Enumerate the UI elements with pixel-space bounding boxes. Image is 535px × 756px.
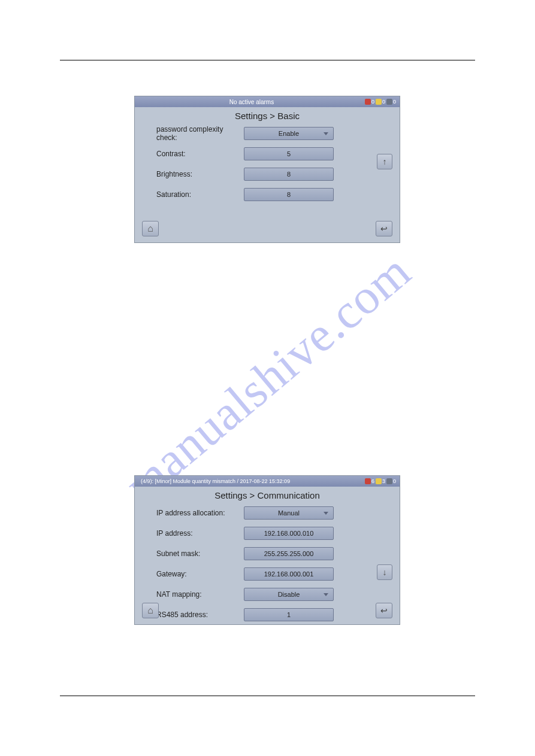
bottom-bar xyxy=(135,221,400,239)
label-subnet-mask: Subnet mask: xyxy=(142,549,244,558)
bottom-bar xyxy=(135,603,400,621)
status-badges: 6 3 0 xyxy=(365,478,396,484)
status-bar: No active alarms 0 0 0 xyxy=(135,96,400,107)
alarm-gray-icon xyxy=(386,99,392,105)
row-ip-allocation: IP address allocation: Manual xyxy=(135,503,400,523)
home-button[interactable] xyxy=(142,221,159,236)
badge-red-count: 0 xyxy=(371,99,374,105)
page-title: Settings > Basic xyxy=(135,107,400,123)
input-gateway[interactable]: 192.168.000.001 xyxy=(244,567,334,581)
back-button[interactable] xyxy=(376,221,392,236)
row-brightness: Brightness: 8 xyxy=(135,164,400,184)
label-nat-mapping: NAT mapping: xyxy=(142,590,244,599)
scroll-up-button[interactable] xyxy=(377,154,392,169)
row-password-complexity: password complexity check: Enable xyxy=(135,123,400,144)
label-ip-address: IP address: xyxy=(142,529,244,538)
alarm-yellow-icon xyxy=(376,99,382,105)
status-text: (4/9): [Minor] Module quantity mismatch … xyxy=(138,478,365,484)
dropdown-password-complexity[interactable]: Enable xyxy=(244,127,334,140)
home-icon xyxy=(147,223,153,234)
row-subnet-mask: Subnet mask: 255.255.255.000 xyxy=(135,544,400,564)
arrow-up-icon xyxy=(383,157,387,166)
row-nat-mapping: NAT mapping: Disable xyxy=(135,584,400,605)
horizontal-rule-top xyxy=(60,60,475,60)
badge-yellow-count: 0 xyxy=(382,99,385,105)
alarm-gray-icon xyxy=(386,478,392,484)
input-ip-address[interactable]: 192.168.000.010 xyxy=(244,527,334,540)
label-password-complexity: password complexity check: xyxy=(142,125,244,142)
alarm-yellow-icon xyxy=(376,478,382,484)
alarm-red-icon xyxy=(365,99,371,105)
input-saturation[interactable]: 8 xyxy=(244,188,334,201)
label-ip-allocation: IP address allocation: xyxy=(142,509,244,517)
arrow-down-icon xyxy=(383,567,387,577)
label-contrast: Contrast: xyxy=(142,150,244,158)
page-title: Settings > Communication xyxy=(135,487,400,503)
horizontal-rule-bottom xyxy=(60,696,475,696)
input-brightness[interactable]: 8 xyxy=(244,168,334,181)
row-contrast: Contrast: 5 xyxy=(135,144,400,164)
watermark-text: manualshive.com xyxy=(114,243,421,514)
input-contrast[interactable]: 5 xyxy=(244,147,334,160)
dropdown-ip-allocation[interactable]: Manual xyxy=(244,506,334,520)
alarm-red-icon xyxy=(365,478,371,484)
home-button[interactable] xyxy=(142,603,159,618)
back-button[interactable] xyxy=(376,603,392,618)
status-bar: (4/9): [Minor] Module quantity mismatch … xyxy=(135,476,400,487)
input-subnet-mask[interactable]: 255.255.255.000 xyxy=(244,547,334,560)
badge-red-count: 6 xyxy=(371,478,374,484)
dropdown-nat-mapping[interactable]: Disable xyxy=(244,588,334,601)
screenshot-settings-basic: No active alarms 0 0 0 Settings > Basic … xyxy=(134,96,400,243)
label-brightness: Brightness: xyxy=(142,170,244,178)
screenshot-settings-communication: (4/9): [Minor] Module quantity mismatch … xyxy=(134,475,400,625)
back-icon xyxy=(380,606,388,615)
status-badges: 0 0 0 xyxy=(365,99,396,105)
badge-gray-count: 0 xyxy=(393,478,396,484)
badge-yellow-count: 3 xyxy=(382,478,385,484)
scroll-down-button[interactable] xyxy=(377,564,392,580)
back-icon xyxy=(380,224,388,233)
row-gateway: Gateway: 192.168.000.001 xyxy=(135,564,400,584)
badge-gray-count: 0 xyxy=(393,99,396,105)
status-text: No active alarms xyxy=(138,99,365,105)
home-icon xyxy=(147,605,153,616)
row-ip-address: IP address: 192.168.000.010 xyxy=(135,523,400,544)
label-saturation: Saturation: xyxy=(142,190,244,199)
row-saturation: Saturation: 8 xyxy=(135,184,400,205)
label-gateway: Gateway: xyxy=(142,570,244,578)
